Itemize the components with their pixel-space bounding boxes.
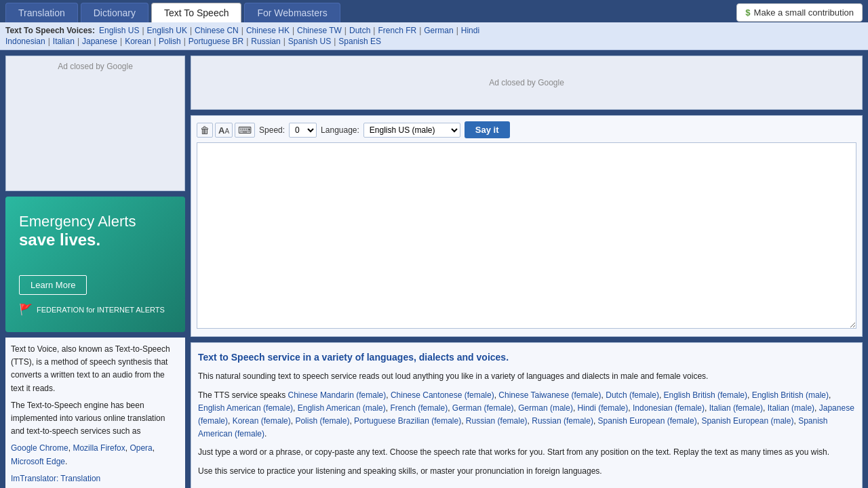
voice-link-russian-f2[interactable]: Russian (female) [532, 416, 593, 426]
left-sidebar: Ad closed by Google Emergency Alerts sav… [5, 56, 185, 488]
voice-link-english-british-f[interactable]: English British (female) [664, 390, 747, 400]
contribute-label: Make a small contribution [754, 7, 854, 18]
voice-link-dutch[interactable]: Dutch (female) [606, 390, 659, 400]
language-label: Language: [321, 125, 359, 135]
tts-engine-links: Google Chrome, Mozilla Firefox, Opera, M… [11, 442, 180, 468]
voices-row-1: Text To Speech Voices: English US| Engli… [5, 26, 863, 35]
dollar-icon: $ [745, 7, 750, 18]
contribute-button[interactable]: $ Make a small contribution [736, 3, 863, 22]
main-content: Ad closed by Google Emergency Alerts sav… [0, 50, 868, 488]
voice-portuguese-br[interactable]: Portuguese BR [189, 37, 243, 46]
voice-link-portuguese-br-f[interactable]: Portuguese Brazilian (female) [354, 416, 461, 426]
voices-row-2: Indonesian| Italian| Japanese| Korean| P… [5, 37, 863, 46]
emergency-title-1: Emergency Alerts [19, 213, 172, 230]
voice-link-italian-m[interactable]: Italian (male) [768, 403, 814, 413]
voice-link-german-f[interactable]: German (female) [452, 403, 514, 413]
tab-text-to-speech[interactable]: Text To Speech [151, 3, 241, 22]
speed-label: Speed: [259, 125, 285, 135]
voice-russian[interactable]: Russian [251, 37, 280, 46]
language-select[interactable]: English US (male) English US (female) En… [363, 123, 460, 138]
tts-textarea[interactable] [197, 142, 856, 329]
tab-translation[interactable]: Translation [5, 3, 78, 22]
description-section: Text to Speech service in a variety of l… [191, 342, 863, 488]
voice-link-hindi-f[interactable]: Hindi (female) [578, 403, 629, 413]
voice-spanish-es[interactable]: Spanish ES [338, 37, 381, 46]
voice-link-english-american-f[interactable]: English American (female) [198, 403, 293, 413]
trash-button[interactable]: 🗑 [197, 123, 213, 138]
federation-badge: 🚩 FEDERATION for INTERNET ALERTS [19, 303, 172, 316]
flag-icon: 🚩 [19, 303, 33, 316]
voices-label: Text To Speech Voices: [5, 26, 95, 35]
description-heading: Text to Speech service in a variety of l… [198, 350, 855, 365]
tts-toolbar: 🗑 AA ⌨ Speed: 0 1 -1 Language: English U… [197, 121, 856, 138]
voice-chinese-hk[interactable]: Chinese HK [246, 26, 290, 35]
voice-link-russian-f1[interactable]: Russian (female) [466, 416, 528, 426]
federation-label: FEDERATION for INTERNET ALERTS [37, 306, 165, 314]
emergency-title-2: save lives. [19, 230, 172, 249]
voice-hindi[interactable]: Hindi [461, 26, 479, 35]
right-ad-label: Ad closed by Google [489, 78, 564, 87]
voice-link-polish-f[interactable]: Polish (female) [295, 416, 349, 426]
voice-indonesian[interactable]: Indonesian [5, 37, 45, 46]
voice-link-chinese-cantonese[interactable]: Chinese Cantonese (female) [391, 390, 494, 400]
tab-for-webmasters[interactable]: For Webmasters [244, 3, 340, 22]
right-top-ad: Ad closed by Google [191, 56, 863, 110]
left-top-ad: Ad closed by Google [5, 56, 185, 191]
voice-link-italian-f[interactable]: Italian (female) [709, 403, 763, 413]
font-size-button[interactable]: AA [215, 123, 233, 138]
link-google-chrome[interactable]: Google Chrome [11, 443, 68, 453]
voice-link-english-american-m[interactable]: English American (male) [298, 403, 386, 413]
voice-link-spanish-eu-f[interactable]: Spanish European (female) [598, 416, 697, 426]
link-imtranslator-translation[interactable]: ImTranslator: Translation [11, 474, 100, 483]
voice-japanese[interactable]: Japanese [82, 37, 117, 46]
tts-tool-box: 🗑 AA ⌨ Speed: 0 1 -1 Language: English U… [191, 115, 863, 337]
link-mozilla-firefox[interactable]: Mozilla Firefox [73, 443, 125, 453]
voice-link-chinese-mandarin[interactable]: Chinese Mandarin (female) [288, 390, 387, 400]
right-content: Ad closed by Google 🗑 AA ⌨ Speed: 0 1 -1… [191, 56, 863, 488]
tts-definition: Text to Voice, also known as Text-to-Spe… [11, 343, 180, 395]
voice-english-us[interactable]: English US [99, 26, 139, 35]
voice-chinese-tw[interactable]: Chinese TW [297, 26, 342, 35]
link-microsoft-edge[interactable]: Microsoft Edge [11, 457, 65, 466]
description-voices: The TTS service speaks Chinese Mandarin … [198, 389, 855, 441]
voice-link-indonesian-f[interactable]: Indonesian (female) [633, 403, 705, 413]
voice-english-uk[interactable]: English UK [147, 26, 187, 35]
voice-link-german-m[interactable]: German (male) [518, 403, 573, 413]
tab-dictionary[interactable]: Dictionary [81, 3, 149, 22]
voice-korean[interactable]: Korean [125, 37, 151, 46]
description-intro: This natural sounding text to speech ser… [198, 370, 855, 383]
tts-icons: 🗑 AA ⌨ [197, 123, 255, 138]
voice-link-korean-f[interactable]: Korean (female) [233, 416, 291, 426]
voice-german[interactable]: German [424, 26, 453, 35]
keyboard-button[interactable]: ⌨ [235, 123, 255, 138]
emergency-ad-block: Emergency Alerts save lives. Learn More … [5, 197, 185, 332]
description-practice: Use this service to practice your listen… [198, 465, 855, 478]
voice-polish[interactable]: Polish [159, 37, 181, 46]
voice-spanish-us[interactable]: Spanish US [288, 37, 331, 46]
learn-more-button[interactable]: Learn More [19, 275, 87, 295]
voice-dutch[interactable]: Dutch [349, 26, 370, 35]
voice-link-chinese-taiwanese[interactable]: Chinese Taiwanese (female) [498, 390, 601, 400]
voice-link-spanish-eu-m[interactable]: Spanish European (male) [701, 416, 793, 426]
voice-italian[interactable]: Italian [53, 37, 75, 46]
bottom-left-text: Text to Voice, also known as Text-to-Spe… [5, 338, 185, 488]
voices-bar: Text To Speech Voices: English US| Engli… [0, 22, 868, 50]
left-ad-label: Ad closed by Google [58, 62, 133, 71]
tts-engine-text: The Text-to-Speech engine has been imple… [11, 399, 180, 439]
speed-select[interactable]: 0 1 -1 [289, 123, 317, 138]
voice-link-french-f[interactable]: French (female) [390, 403, 448, 413]
link-opera[interactable]: Opera [130, 443, 152, 453]
voice-french-fr[interactable]: French FR [378, 26, 416, 35]
voice-link-english-british-m[interactable]: English British (male) [752, 390, 829, 400]
description-usage: Just type a word or a phrase, or copy-pa… [198, 446, 855, 459]
top-navigation: Translation Dictionary Text To Speech Fo… [0, 0, 868, 22]
voice-chinese-cn[interactable]: Chinese CN [195, 26, 239, 35]
say-it-button[interactable]: Say it [465, 121, 510, 138]
